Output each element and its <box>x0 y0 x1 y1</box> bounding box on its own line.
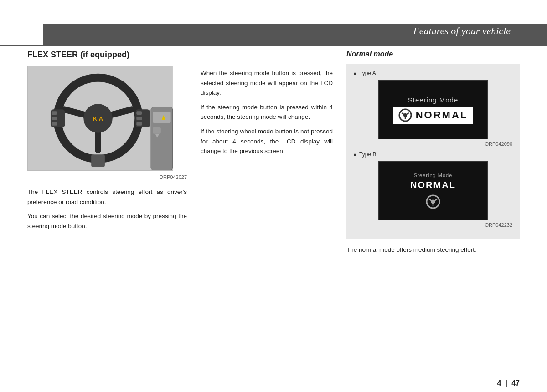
svg-rect-14 <box>136 122 142 126</box>
lcd-normal-badge: NORMAL <box>393 107 474 124</box>
page-num: 47 <box>511 379 520 387</box>
svg-rect-20 <box>91 154 105 167</box>
svg-rect-16 <box>153 112 171 123</box>
middle-column: When the steering mode button is pressed… <box>196 50 337 365</box>
left-column: FLEX STEER (if equipped) <box>27 50 196 365</box>
page-number: 4 47 <box>497 379 520 387</box>
lcd-display-type-a: Steering Mode NORMAL <box>378 80 488 139</box>
mid-para3: If the steering wheel mode button is not… <box>201 127 333 156</box>
page-title: Features of your vehicle <box>413 25 511 37</box>
flex-steer-para2: You can select the desired steering mode… <box>27 211 187 231</box>
main-content: FLEX STEER (if equipped) <box>27 50 520 365</box>
svg-rect-13 <box>136 117 142 120</box>
lcd-display-type-b: Steering Mode NORMAL <box>378 161 488 220</box>
footer: 4 47 <box>0 367 547 392</box>
type-a-label: Type A <box>354 70 512 76</box>
svg-rect-10 <box>52 122 57 126</box>
mid-para2: If the steering mode button is pressed w… <box>201 102 333 122</box>
flex-steer-heading: FLEX STEER (if equipped) <box>27 50 187 60</box>
steering-wheel-image: KIA <box>27 66 173 171</box>
svg-text:KIA: KIA <box>93 115 103 122</box>
normal-mode-panel: Type A Steering Mode NORMAL <box>346 64 520 239</box>
svg-rect-18 <box>153 127 161 134</box>
lcd-normal-text: NORMAL <box>410 180 456 190</box>
page-separator <box>506 380 507 387</box>
lcd-title-b: Steering Mode <box>414 173 453 178</box>
right-column: Normal mode Type A Steering Mode <box>337 50 520 365</box>
lcd-badge-text: NORMAL <box>416 109 468 121</box>
chapter-number: 4 <box>497 379 501 387</box>
image-caption-a: ORP042027 <box>27 174 187 180</box>
orp-caption-a: ORP042090 <box>354 141 512 147</box>
type-b-label: Type B <box>354 151 512 158</box>
normal-mode-heading: Normal mode <box>346 50 520 58</box>
flex-steer-para1: The FLEX STEER controls steering effort … <box>27 187 187 207</box>
orp-caption-b: ORP042232 <box>354 222 512 228</box>
svg-rect-9 <box>52 117 57 120</box>
mid-para1: When the steering mode button is pressed… <box>201 68 333 98</box>
svg-rect-8 <box>52 111 57 115</box>
normal-mode-para: The normal mode offers medium steering e… <box>346 245 520 255</box>
svg-rect-12 <box>136 111 142 115</box>
lcd-title-a: Steering Mode <box>408 96 459 104</box>
header: Features of your vehicle <box>0 0 547 46</box>
